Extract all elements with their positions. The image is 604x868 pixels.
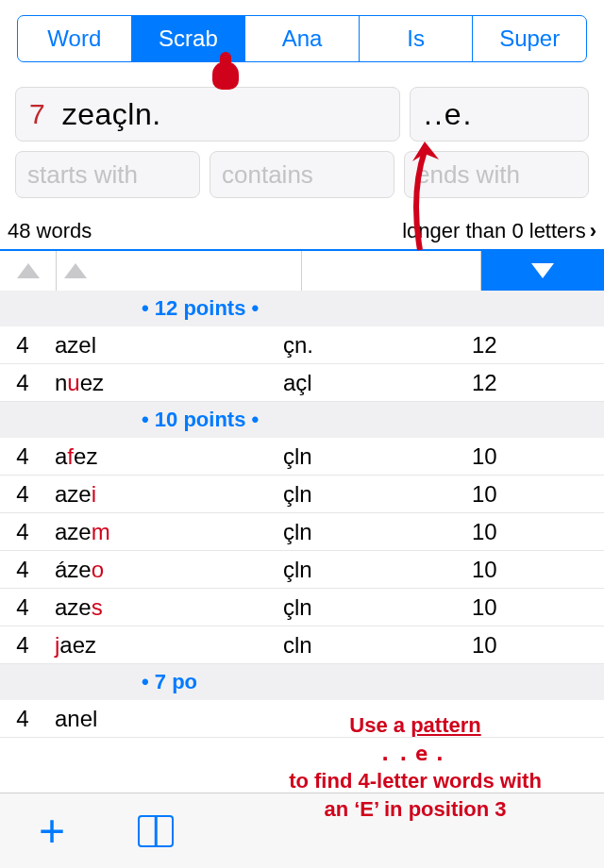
row-word: azei: [45, 481, 283, 508]
sort-points[interactable]: [481, 251, 604, 291]
tab-is[interactable]: Is: [360, 16, 474, 61]
tab-scrab[interactable]: Scrab: [132, 16, 246, 61]
row-length: 4: [0, 557, 45, 583]
row-length: 4: [0, 594, 45, 621]
tab-word[interactable]: Word: [18, 16, 132, 61]
book-icon: [138, 815, 174, 847]
row-remaining: çln: [283, 481, 472, 508]
result-row[interactable]: 4azesçln10: [0, 589, 604, 626]
word-count-label: 48 words: [8, 219, 92, 243]
row-points: 10: [472, 443, 604, 470]
input-row-main: 7 zeaçln. ..e.: [0, 68, 604, 151]
result-row[interactable]: 4nuezaçl12: [0, 364, 604, 402]
row-points: 10: [472, 594, 604, 621]
dictionary-button[interactable]: [104, 793, 208, 869]
triangle-down-icon: [531, 263, 554, 278]
row-remaining: cln: [283, 632, 472, 659]
ends-with-input[interactable]: ends with: [404, 151, 589, 198]
row-word: azes: [45, 594, 283, 621]
bottom-toolbar: +: [0, 793, 604, 868]
row-length: 4: [0, 481, 45, 508]
row-points: 12: [472, 332, 604, 359]
row-remaining: çln: [283, 594, 472, 621]
result-row[interactable]: 4ázeoçln10: [0, 551, 604, 589]
row-word: nuez: [45, 370, 283, 396]
segmented-control-wrap: Word Scrab Ana Is Super: [0, 0, 604, 68]
row-length: 4: [0, 706, 45, 732]
pattern-input[interactable]: ..e.: [410, 87, 589, 142]
row-word: jaez: [45, 632, 283, 659]
input-row-filters: starts with contains ends with: [0, 151, 604, 211]
row-points: 10: [472, 557, 604, 583]
row-word: afez: [45, 443, 283, 470]
group-header: • 10 points •: [0, 402, 604, 438]
length-filter-button[interactable]: longer than 0 letters ›: [402, 219, 596, 243]
row-points: 10: [472, 481, 604, 508]
row-points: 12: [472, 370, 604, 396]
triangle-up-icon: [64, 263, 87, 278]
result-row[interactable]: 4azemçln10: [0, 513, 604, 551]
row-points: 10: [472, 519, 604, 545]
row-length: 4: [0, 632, 45, 659]
row-length: 4: [0, 443, 45, 470]
row-remaining: açl: [283, 370, 472, 396]
row-word: azel: [45, 332, 283, 359]
row-remaining: çln: [283, 443, 472, 470]
row-length: 4: [0, 332, 45, 359]
results-list[interactable]: • 12 points •4azelçn.124nuezaçl12• 10 po…: [0, 291, 604, 868]
chevron-right-icon: ›: [590, 219, 596, 243]
group-header: • 12 points •: [0, 291, 604, 326]
row-remaining: çn.: [283, 332, 472, 359]
letters-value: zeaçln.: [62, 97, 161, 132]
add-button[interactable]: +: [0, 793, 104, 869]
result-row[interactable]: 4jaezcln10: [0, 626, 604, 664]
row-word: ázeo: [45, 557, 283, 583]
row-length: 4: [0, 519, 45, 545]
result-row[interactable]: 4azelçn.12: [0, 326, 604, 364]
row-points: 10: [472, 632, 604, 659]
sort-remaining[interactable]: [302, 251, 481, 291]
starts-with-input[interactable]: starts with: [15, 151, 200, 198]
letters-count: 7: [29, 98, 45, 130]
plus-icon: +: [39, 809, 65, 854]
sort-header: [0, 251, 604, 291]
status-bar: 48 words longer than 0 letters ›: [0, 211, 604, 251]
result-row[interactable]: 4azeiçln10: [0, 476, 604, 513]
row-remaining: çln: [283, 519, 472, 545]
row-length: 4: [0, 370, 45, 396]
length-filter-label: longer than 0 letters: [402, 219, 585, 243]
pattern-value: ..e.: [424, 97, 473, 132]
row-word: anel: [45, 706, 283, 732]
row-word: azem: [45, 519, 283, 545]
tab-super[interactable]: Super: [473, 16, 586, 61]
segmented-control: Word Scrab Ana Is Super: [17, 15, 587, 62]
contains-input[interactable]: contains: [210, 151, 394, 198]
result-row[interactable]: 4anel: [0, 700, 604, 738]
sort-length[interactable]: [0, 251, 57, 291]
group-header: • 7 po: [0, 664, 604, 700]
triangle-up-icon: [17, 263, 40, 278]
letters-input[interactable]: 7 zeaçln.: [15, 87, 400, 142]
tab-ana[interactable]: Ana: [245, 16, 360, 61]
result-row[interactable]: 4afezçln10: [0, 438, 604, 476]
sort-word[interactable]: [57, 251, 302, 291]
row-remaining: çln: [283, 557, 472, 583]
